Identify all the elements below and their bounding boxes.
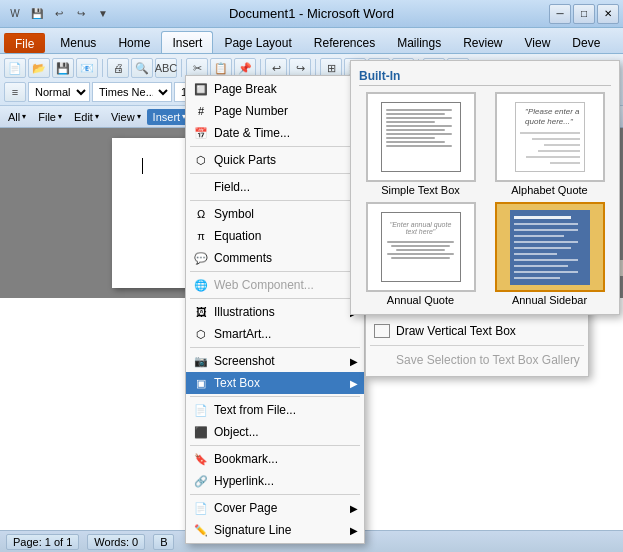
menu-smartart[interactable]: ⬡ SmartArt... bbox=[186, 323, 364, 345]
style-select[interactable]: Normal bbox=[28, 82, 90, 102]
maximize-button[interactable]: □ bbox=[573, 4, 595, 24]
save-quick-btn[interactable]: 💾 bbox=[28, 6, 46, 22]
title-bar: W 💾 ↩ ↪ ▼ Document1 - Microsoft Word ─ □… bbox=[0, 0, 623, 28]
draw-vertical-text-box-icon bbox=[374, 324, 390, 338]
new-btn[interactable]: 📄 bbox=[4, 58, 26, 78]
cursor bbox=[142, 158, 143, 174]
sep-i bbox=[190, 494, 360, 495]
menu-illustrations[interactable]: 🖼 Illustrations ▶ bbox=[186, 301, 364, 323]
menu-quick-parts[interactable]: ⬡ Quick Parts ▶ bbox=[186, 149, 364, 171]
menu-bookmark[interactable]: 🔖 Bookmark... bbox=[186, 448, 364, 470]
font-select[interactable]: Times Ne... bbox=[92, 82, 172, 102]
sep-d bbox=[190, 271, 360, 272]
bookmark-icon: 🔖 bbox=[192, 450, 210, 468]
gallery-label-annual-sidebar: Annual Sidebar bbox=[512, 294, 587, 306]
gallery-thumb-annual-quote: "Enter annual quote text here" bbox=[366, 202, 476, 292]
gallery-item-annual-sidebar[interactable]: Annual Sidebar bbox=[488, 202, 611, 306]
print-btn[interactable]: 🖨 bbox=[107, 58, 129, 78]
sep-e bbox=[190, 298, 360, 299]
open-btn[interactable]: 📂 bbox=[28, 58, 50, 78]
minimize-button[interactable]: ─ bbox=[549, 4, 571, 24]
field-icon bbox=[192, 178, 210, 196]
menu-page-number[interactable]: # Page Number ▶ bbox=[186, 100, 364, 122]
sep-g bbox=[190, 396, 360, 397]
tab-menus[interactable]: Menus bbox=[49, 31, 107, 53]
tab-mailings[interactable]: Mailings bbox=[386, 31, 452, 53]
gallery-item-annual-quote[interactable]: "Enter annual quote text here" Annual Qu… bbox=[359, 202, 482, 306]
menu-cover-page[interactable]: 📄 Cover Page ▶ bbox=[186, 497, 364, 519]
menu-equation[interactable]: π Equation ▶ bbox=[186, 225, 364, 247]
word-icon: W bbox=[6, 6, 24, 22]
screenshot-icon: 📷 bbox=[192, 352, 210, 370]
text-box-icon: ▣ bbox=[192, 374, 210, 392]
ribbon-tabs: File Menus Home Insert Page Layout Refer… bbox=[0, 28, 623, 54]
menu-hyperlink[interactable]: 🔗 Hyperlink... bbox=[186, 470, 364, 492]
menu-object[interactable]: ⬛ Object... bbox=[186, 421, 364, 443]
gallery-item-simple[interactable]: Simple Text Box bbox=[359, 92, 482, 196]
window-title: Document1 - Microsoft Word bbox=[229, 6, 394, 21]
menubar-edit[interactable]: Edit ▾ bbox=[68, 109, 105, 125]
menu-screenshot[interactable]: 📷 Screenshot ▶ bbox=[186, 350, 364, 372]
sep2 bbox=[181, 59, 182, 77]
tab-page-layout[interactable]: Page Layout bbox=[213, 31, 302, 53]
tab-review[interactable]: Review bbox=[452, 31, 513, 53]
menu-web-component[interactable]: 🌐 Web Component... bbox=[186, 274, 364, 296]
gallery-label-alphabet: Alphabet Quote bbox=[511, 184, 587, 196]
sep-h bbox=[190, 445, 360, 446]
submenu-draw-vertical-text-box[interactable]: Draw Vertical Text Box bbox=[366, 319, 588, 343]
tab-insert[interactable]: Insert bbox=[161, 31, 213, 53]
submenu-save-selection[interactable]: Save Selection to Text Box Gallery bbox=[366, 348, 588, 372]
redo-quick-btn[interactable]: ↪ bbox=[72, 6, 90, 22]
menu-text-box[interactable]: ▣ Text Box ▶ bbox=[186, 372, 364, 394]
tab-file[interactable]: File bbox=[4, 33, 45, 53]
sep-f bbox=[190, 347, 360, 348]
signature-icon: ✏️ bbox=[192, 521, 210, 539]
date-icon: 📅 bbox=[192, 124, 210, 142]
symbol-icon: Ω bbox=[192, 205, 210, 223]
undo-quick-btn[interactable]: ↩ bbox=[50, 6, 68, 22]
gallery-thumb-alphabet: "Please enter aquote here..." bbox=[495, 92, 605, 182]
menu-comments[interactable]: 💬 Comments ▶ bbox=[186, 247, 364, 269]
save-btn[interactable]: 💾 bbox=[52, 58, 74, 78]
smartart-icon: ⬡ bbox=[192, 325, 210, 343]
web-component-icon: 🌐 bbox=[192, 276, 210, 294]
quick-parts-icon: ⬡ bbox=[192, 151, 210, 169]
close-button[interactable]: ✕ bbox=[597, 4, 619, 24]
spell-btn[interactable]: ABC bbox=[155, 58, 177, 78]
menu-text-from-file[interactable]: 📄 Text from File... bbox=[186, 399, 364, 421]
menu-symbol[interactable]: Ω Symbol ▶ bbox=[186, 203, 364, 225]
menubar-file[interactable]: File ▾ bbox=[32, 109, 68, 125]
page-status: Page: 1 of 1 bbox=[6, 534, 79, 550]
menu-page-break[interactable]: 🔲 Page Break ▶ bbox=[186, 78, 364, 100]
menu-date-time[interactable]: 📅 Date & Time... bbox=[186, 122, 364, 144]
sep-c bbox=[190, 200, 360, 201]
email-btn[interactable]: 📧 bbox=[76, 58, 98, 78]
menu-field[interactable]: Field... bbox=[186, 176, 364, 198]
save-selection-icon bbox=[374, 350, 390, 370]
gallery-label-simple: Simple Text Box bbox=[381, 184, 460, 196]
gallery-item-alphabet[interactable]: "Please enter aquote here..." Alphabet Q… bbox=[488, 92, 611, 196]
quick-access-arrow[interactable]: ▼ bbox=[94, 6, 112, 22]
menubar-view[interactable]: View ▾ bbox=[105, 109, 147, 125]
insert-dropdown: 🔲 Page Break ▶ # Page Number ▶ 📅 Date & … bbox=[185, 75, 365, 544]
tab-references[interactable]: References bbox=[303, 31, 386, 53]
align-left-btn[interactable]: ≡ bbox=[4, 82, 26, 102]
illustrations-icon: 🖼 bbox=[192, 303, 210, 321]
hyperlink-icon: 🔗 bbox=[192, 472, 210, 490]
object-icon: ⬛ bbox=[192, 423, 210, 441]
tab-view[interactable]: View bbox=[514, 31, 562, 53]
words-status: Words: 0 bbox=[87, 534, 145, 550]
menubar-all[interactable]: All ▾ bbox=[2, 109, 32, 125]
cover-page-icon: 📄 bbox=[192, 499, 210, 517]
page-break-icon: 🔲 bbox=[192, 80, 210, 98]
tab-home[interactable]: Home bbox=[107, 31, 161, 53]
gallery-section-title: Built-In bbox=[359, 69, 611, 86]
sep-b bbox=[190, 173, 360, 174]
gallery-grid: Simple Text Box "Please enter aquote her… bbox=[359, 92, 611, 306]
gallery-thumb-simple bbox=[366, 92, 476, 182]
sub-sep bbox=[370, 345, 584, 346]
tab-devel[interactable]: Deve bbox=[561, 31, 611, 53]
print-preview-btn[interactable]: 🔍 bbox=[131, 58, 153, 78]
insert-menu: 🔲 Page Break ▶ # Page Number ▶ 📅 Date & … bbox=[185, 75, 365, 544]
menu-signature-line[interactable]: ✏️ Signature Line ▶ bbox=[186, 519, 364, 541]
